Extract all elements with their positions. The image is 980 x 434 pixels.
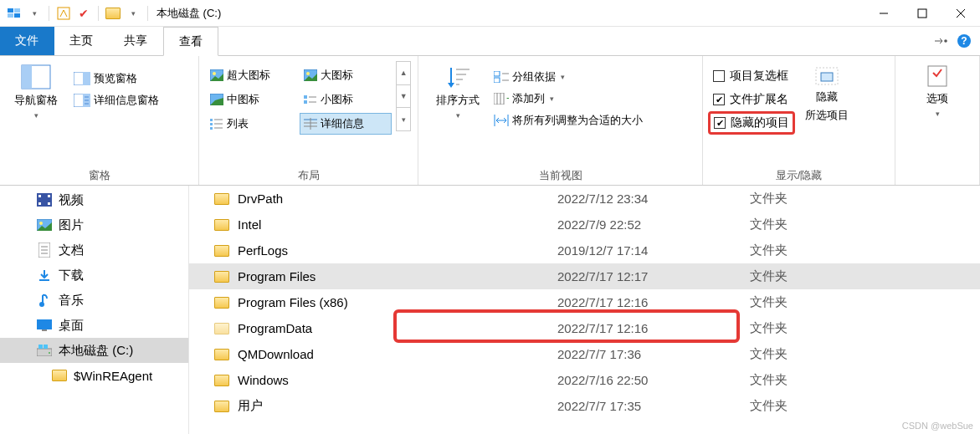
layout-small[interactable]: 小图标	[300, 89, 392, 110]
svg-rect-31	[210, 123, 213, 125]
tree-item[interactable]: 视频	[0, 187, 188, 212]
file-row[interactable]: ProgramData2022/7/17 12:16文件夹	[189, 315, 980, 341]
group-label-current-view: 当前视图	[425, 165, 695, 185]
file-row[interactable]: PerfLogs2019/12/7 17:14文件夹	[189, 237, 980, 263]
layout-scroll[interactable]: ▲ ▼ ▾	[396, 61, 411, 131]
svg-point-77	[49, 352, 50, 354]
file-name: DrvPath	[238, 191, 283, 206]
scroll-more-icon[interactable]: ▾	[397, 108, 410, 130]
item-checkboxes-toggle[interactable]: 项目复选框	[710, 64, 793, 88]
group-label-layout: 布局	[206, 165, 411, 185]
svg-rect-15	[83, 72, 90, 85]
help-icon[interactable]: ?	[957, 33, 972, 49]
chevron-down-icon[interactable]: ▾	[25, 4, 44, 23]
hide-selected-button[interactable]: 隐藏 所选项目	[797, 59, 857, 123]
layout-list[interactable]: 列表	[206, 113, 298, 135]
file-name: Intel	[238, 217, 261, 232]
layout-extra-large[interactable]: 超大图标	[206, 64, 298, 86]
layout-options: 超大图标 大图标 中图标 小图标 列表 详细信息	[206, 61, 394, 135]
file-row[interactable]: Windows2022/7/16 22:50文件夹	[189, 367, 980, 393]
svg-rect-26	[304, 95, 307, 99]
minimize-ribbon-icon[interactable]	[933, 33, 948, 49]
file-row[interactable]: 用户2022/7/7 17:35文件夹	[189, 393, 980, 419]
file-type: 文件夹	[750, 398, 788, 414]
hidden-items-toggle[interactable]: ✔ 隐藏的项目	[708, 111, 795, 135]
title-bar: ▾ ✔ ▾ 本地磁盘 (C:)	[0, 0, 980, 27]
file-date: 2022/7/12 23:34	[557, 191, 750, 206]
layout-details[interactable]: 详细信息	[300, 113, 392, 135]
tree-item[interactable]: 音乐	[0, 288, 188, 313]
sort-button[interactable]: 排序方式 ▾	[425, 59, 490, 120]
svg-rect-49	[494, 93, 504, 105]
divider	[98, 6, 99, 21]
svg-rect-6	[918, 9, 926, 18]
tree-item-label: 本地磁盘 (C:)	[59, 343, 133, 359]
tree-item-label: 桌面	[59, 318, 84, 334]
group-label-panes: 窗格	[7, 165, 192, 185]
watermark: CSDN @webSue	[902, 421, 973, 431]
file-name: Program Files (x86)	[238, 295, 348, 309]
folder-icon	[214, 401, 229, 412]
scroll-down-icon[interactable]: ▼	[397, 85, 410, 109]
file-extensions-toggle[interactable]: ✔ 文件扩展名	[710, 88, 793, 111]
tree-item[interactable]: $WinREAgent	[0, 363, 188, 388]
file-list[interactable]: DrvPath2022/7/12 23:34文件夹Intel2022/7/9 2…	[189, 186, 980, 434]
folder-icon	[214, 245, 229, 257]
layout-large[interactable]: 大图标	[300, 64, 392, 86]
tab-file[interactable]: 文件	[0, 27, 54, 55]
folder-icon	[214, 219, 229, 231]
maximize-button[interactable]	[903, 0, 942, 27]
svg-point-22	[213, 72, 216, 75]
group-by-button[interactable]: 分组依据 ▾	[490, 66, 646, 88]
minimize-button[interactable]	[865, 0, 903, 27]
svg-point-65	[39, 222, 43, 225]
properties-icon[interactable]	[54, 4, 73, 23]
svg-point-71	[39, 302, 44, 307]
close-button[interactable]	[942, 0, 980, 27]
add-columns-button[interactable]: + 添加列 ▾	[490, 88, 646, 110]
file-row[interactable]: Program Files (x86)2022/7/17 12:16文件夹	[189, 289, 980, 315]
chevron-down-icon: ▾	[936, 110, 940, 118]
file-row[interactable]: DrvPath2022/7/12 23:34文件夹	[189, 186, 980, 212]
options-button[interactable]: 选项 ▾	[908, 59, 967, 118]
ribbon: 导航窗格 ▾ 预览窗格 详细信息窗格 窗格 超大图标 大图标 中图标	[0, 55, 980, 186]
file-row[interactable]: Program Files2022/7/17 12:17文件夹	[189, 263, 980, 289]
tree-item-label: 文档	[59, 243, 84, 258]
file-name: Windows	[238, 373, 289, 387]
music-icon	[37, 293, 52, 308]
window-title: 本地磁盘 (C:)	[156, 6, 221, 21]
svg-text:+: +	[506, 93, 509, 105]
video-icon	[37, 192, 52, 207]
preview-pane-button[interactable]: 预览窗格	[70, 68, 162, 89]
svg-rect-30	[210, 119, 213, 121]
scroll-up-icon[interactable]: ▲	[397, 62, 410, 85]
tree-item[interactable]: 本地磁盘 (C:)	[0, 338, 188, 363]
picture-icon	[37, 217, 52, 232]
file-date: 2022/7/7 17:35	[557, 399, 750, 413]
navigation-pane-button[interactable]: 导航窗格 ▾	[7, 59, 65, 120]
tab-share[interactable]: 共享	[109, 27, 163, 55]
autosize-columns-button[interactable]: 将所有列调整为合适的大小	[490, 110, 646, 131]
tree-item[interactable]: 文档	[0, 237, 188, 263]
navigation-tree[interactable]: 视频图片文档下载音乐桌面本地磁盘 (C:)$WinREAgent	[0, 186, 189, 434]
tab-home[interactable]: 主页	[54, 27, 109, 55]
explorer-icon	[5, 4, 23, 23]
svg-point-9	[944, 39, 947, 43]
tree-item[interactable]: 下载	[0, 263, 188, 288]
chevron-down-icon: ▾	[550, 94, 554, 103]
details-pane-button[interactable]: 详细信息窗格	[70, 89, 162, 111]
ribbon-tabs: 文件 主页 共享 查看 ?	[0, 27, 980, 55]
tree-item[interactable]: 桌面	[0, 313, 188, 338]
chevron-down-icon[interactable]: ▾	[124, 4, 142, 23]
tab-view[interactable]: 查看	[163, 27, 218, 56]
file-row[interactable]: Intel2022/7/9 22:52文件夹	[189, 212, 980, 237]
svg-rect-76	[44, 345, 48, 349]
chevron-down-icon: ▾	[561, 73, 565, 81]
svg-rect-61	[38, 202, 41, 205]
title-text: 本地磁盘 (C:)	[156, 6, 221, 21]
file-name: ProgramData	[238, 321, 312, 335]
layout-medium[interactable]: 中图标	[206, 89, 298, 110]
tree-item[interactable]: 图片	[0, 212, 188, 237]
svg-rect-46	[494, 78, 500, 83]
file-row[interactable]: QMDownload2022/7/7 17:36文件夹	[189, 341, 980, 367]
